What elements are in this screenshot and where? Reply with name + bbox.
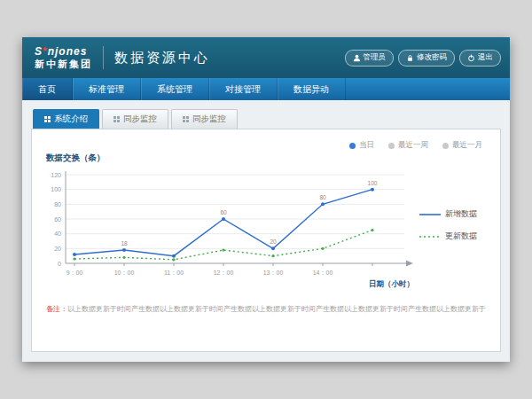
legend-dot-icon <box>349 143 356 149</box>
app-header: S*njones 新中新集团 数据资源中心 管理员 修改密码 退出 <box>22 37 510 78</box>
admin-button-label: 管理员 <box>364 52 387 63</box>
svg-text:9：00: 9：00 <box>66 270 83 276</box>
tab-2[interactable]: 同步监控 <box>102 109 168 129</box>
svg-text:10：00: 10：00 <box>114 270 135 276</box>
svg-text:13：00: 13：00 <box>263 270 284 276</box>
logo-wordmark: S*njones <box>35 46 92 58</box>
page-title: 数据资源中心 <box>114 50 210 66</box>
nav-item-2[interactable]: 标准管理 <box>73 78 141 100</box>
logo-prefix: S <box>35 45 43 58</box>
range-legend-label: 最近一周 <box>398 140 428 151</box>
app-window: S*njones 新中新集团 数据资源中心 管理员 修改密码 退出 首页标准管理… <box>22 37 510 362</box>
series-legend-item-2[interactable]: 更新数据 <box>419 231 477 242</box>
admin-button[interactable]: 管理员 <box>345 50 395 66</box>
company-name: 新中新集团 <box>35 59 92 69</box>
lock-icon <box>406 54 414 62</box>
svg-text:14：00: 14：00 <box>313 270 333 276</box>
chart-row: 0204060801001209：0010：0011：0012：0013：001… <box>39 166 500 290</box>
nav-item-1[interactable]: 首页 <box>22 78 73 100</box>
legend-dot-icon <box>388 143 395 149</box>
tab-label: 同步监控 <box>192 113 226 125</box>
change-password-button[interactable]: 修改密码 <box>398 50 455 66</box>
nav-item-4[interactable]: 对接管理 <box>209 78 278 100</box>
y-axis-title: 数据交换（条） <box>46 153 500 164</box>
svg-text:100: 100 <box>51 186 61 192</box>
svg-text:0: 0 <box>58 261 61 267</box>
line-sample-icon <box>419 233 441 240</box>
svg-text:日期（小时）: 日期（小时） <box>369 279 414 288</box>
logout-button[interactable]: 退出 <box>459 50 501 66</box>
range-legend-label: 最近一月 <box>452 140 482 151</box>
tab-bar: 系统介绍同步监控同步监控 <box>33 109 501 129</box>
tab-label: 同步监控 <box>123 113 157 125</box>
svg-text:12：00: 12：00 <box>214 270 234 276</box>
header-actions: 管理员 修改密码 退出 <box>345 50 502 66</box>
svg-text:11：00: 11：00 <box>164 270 184 276</box>
svg-text:60: 60 <box>54 216 61 223</box>
range-legend-item-1[interactable]: 当日 <box>349 140 374 151</box>
svg-text:20: 20 <box>54 246 61 252</box>
range-legend: 当日最近一周最近一月 <box>349 140 482 151</box>
svg-text:60: 60 <box>220 209 227 215</box>
range-legend-label: 当日 <box>359 140 374 151</box>
note-label: 备注： <box>46 305 67 313</box>
range-legend-item-2[interactable]: 最近一周 <box>388 140 428 151</box>
series-legend-label: 更新数据 <box>445 231 477 242</box>
content-area: 系统介绍同步监控同步监控 当日最近一周最近一月 数据交换（条） 02040608… <box>22 100 510 352</box>
line-sample-icon <box>419 211 441 218</box>
svg-text:120: 120 <box>51 172 61 178</box>
grid-icon <box>44 114 51 124</box>
logo-suffix: njones <box>48 45 88 58</box>
tab-1[interactable]: 系统介绍 <box>33 109 99 129</box>
note: 备注：以上数据更新于时间产生数据以上数据更新于时间产生数据以上数据更新于时间产生… <box>32 304 500 314</box>
main-nav: 首页标准管理系统管理对接管理数据异动 <box>22 78 510 100</box>
series-legend-item-1[interactable]: 新增数据 <box>419 208 477 220</box>
note-text: 以上数据更新于时间产生数据以上数据更新于时间产生数据以上数据更新于时间产生数据以… <box>67 305 486 313</box>
range-legend-item-3[interactable]: 最近一月 <box>442 140 482 151</box>
series-legend-label: 新增数据 <box>445 208 477 220</box>
line-chart: 0204060801001209：0010：0011：0012：0013：001… <box>39 166 416 290</box>
tab-3[interactable]: 同步监控 <box>171 109 238 129</box>
user-icon <box>353 54 361 62</box>
logout-button-label: 退出 <box>478 52 493 63</box>
grid-icon <box>183 114 189 124</box>
svg-text:80: 80 <box>54 201 61 207</box>
nav-item-5[interactable]: 数据异动 <box>278 78 346 100</box>
svg-text:80: 80 <box>319 194 326 200</box>
header-divider <box>103 46 104 69</box>
company-logo: S*njones 新中新集团 <box>35 46 92 68</box>
grid-icon <box>113 114 120 124</box>
chart-card: 当日最近一周最近一月 数据交换（条） 0204060801001209：0010… <box>31 129 501 352</box>
svg-text:18: 18 <box>121 240 128 246</box>
change-password-button-label: 修改密码 <box>417 52 447 63</box>
power-icon <box>467 54 475 62</box>
legend-dot-icon <box>442 143 449 149</box>
svg-text:40: 40 <box>54 231 61 237</box>
series-legend: 新增数据更新数据 <box>419 208 477 242</box>
nav-item-3[interactable]: 系统管理 <box>141 78 209 100</box>
svg-text:100: 100 <box>368 180 378 186</box>
tab-label: 系统介绍 <box>54 113 88 125</box>
svg-text:20: 20 <box>270 239 277 245</box>
